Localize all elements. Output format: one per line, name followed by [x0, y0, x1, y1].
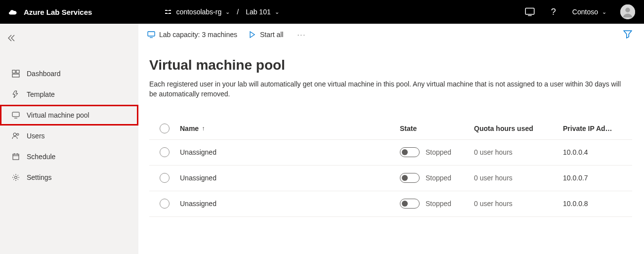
table-header: Name ↑ State Quota hours used Private IP…: [149, 118, 632, 140]
sidebar-item-label: Dashboard: [27, 70, 61, 78]
top-right: ? Contoso ⌄: [525, 4, 644, 19]
vm-state: Stopped: [426, 200, 451, 208]
sidebar-item-label: Template: [27, 90, 55, 98]
column-header-state[interactable]: State: [400, 125, 474, 132]
column-header-quota[interactable]: Quota hours used: [474, 125, 563, 132]
command-bar: Lab capacity: 3 machines Start all ···: [138, 24, 644, 45]
svg-rect-11: [13, 154, 19, 160]
row-select-checkbox[interactable]: [160, 173, 170, 183]
vm-state: Stopped: [426, 174, 451, 182]
sidebar-item-template[interactable]: Template: [0, 84, 138, 105]
svg-rect-16: [148, 32, 155, 36]
power-toggle[interactable]: [400, 147, 420, 157]
vm-state: Stopped: [426, 148, 451, 156]
sidebar-item-vm-pool[interactable]: Virtual machine pool: [0, 105, 138, 126]
svg-rect-5: [16, 70, 19, 73]
monitor-icon[interactable]: [525, 7, 535, 17]
table-row[interactable]: Unassigned Stopped 0 user hours 10.0.0.8: [149, 191, 632, 217]
breadcrumb-lab-label: Lab 101: [246, 8, 271, 16]
svg-point-10: [17, 133, 19, 135]
sidebar-item-label: Virtual machine pool: [27, 111, 89, 119]
column-header-ip[interactable]: Private IP Ad…: [563, 125, 632, 132]
breadcrumb: contosolabs-rg ⌄ / Lab 101 ⌄: [164, 8, 279, 16]
dashboard-icon: [12, 70, 20, 78]
select-all-checkbox[interactable]: [160, 124, 170, 133]
power-toggle[interactable]: [400, 173, 420, 183]
page-title: Virtual machine pool: [149, 57, 632, 73]
power-toggle[interactable]: [400, 199, 420, 209]
help-icon[interactable]: ?: [549, 7, 558, 17]
sidebar-item-users[interactable]: Users: [0, 126, 138, 146]
svg-rect-7: [12, 112, 19, 117]
breadcrumb-lab[interactable]: Lab 101 ⌄: [246, 8, 279, 16]
vm-ip: 10.0.0.8: [563, 200, 588, 208]
resource-group-icon: [164, 8, 172, 16]
svg-rect-4: [12, 70, 15, 73]
svg-point-3: [625, 8, 630, 12]
avatar[interactable]: [620, 4, 635, 19]
sidebar: Dashboard Template Virtual machine pool …: [0, 24, 138, 254]
brand-text: Azure Lab Services: [24, 8, 92, 16]
table-row[interactable]: Unassigned Stopped 0 user hours 10.0.0.4: [149, 140, 632, 166]
start-all-label: Start all: [260, 31, 283, 39]
sort-ascending-icon: ↑: [202, 125, 205, 132]
collapse-sidebar-button[interactable]: [0, 28, 23, 48]
start-all-button[interactable]: Start all: [248, 31, 283, 39]
sidebar-item-label: Schedule: [27, 153, 55, 161]
vm-pool-icon: [12, 111, 20, 119]
table-row[interactable]: Unassigned Stopped 0 user hours 10.0.0.7: [149, 166, 632, 191]
svg-point-9: [13, 133, 16, 136]
lab-capacity-label: Lab capacity: 3 machines: [159, 31, 237, 39]
azure-logo-icon: [8, 6, 19, 17]
vm-name: Unassigned: [180, 174, 216, 182]
breadcrumb-separator: /: [235, 8, 241, 16]
users-icon: [12, 132, 20, 140]
monitor-icon: [147, 31, 155, 39]
chevron-down-icon: ⌄: [275, 9, 279, 15]
filter-button[interactable]: [623, 30, 635, 40]
vm-quota: 0 user hours: [474, 200, 513, 208]
svg-rect-6: [12, 74, 19, 77]
more-commands-button[interactable]: ···: [294, 31, 309, 39]
vm-quota: 0 user hours: [474, 174, 513, 182]
vm-ip: 10.0.0.7: [563, 174, 588, 182]
svg-rect-0: [525, 8, 534, 15]
lab-capacity-button[interactable]: Lab capacity: 3 machines: [147, 31, 237, 39]
chevron-down-icon: ⌄: [225, 9, 230, 15]
sidebar-item-label: Settings: [27, 173, 52, 181]
column-name-label: Name: [180, 125, 199, 132]
schedule-icon: [12, 153, 20, 161]
brand[interactable]: Azure Lab Services: [0, 6, 100, 17]
breadcrumb-rg-label: contosolabs-rg: [176, 8, 221, 16]
page-description: Each registered user in your lab will au…: [149, 79, 624, 99]
user-menu[interactable]: Contoso ⌄: [572, 8, 606, 16]
svg-point-15: [15, 176, 17, 179]
user-name: Contoso: [572, 8, 598, 16]
vm-name: Unassigned: [180, 148, 216, 156]
chevron-down-icon: ⌄: [602, 9, 606, 15]
sidebar-item-schedule[interactable]: Schedule: [0, 146, 138, 167]
sidebar-item-settings[interactable]: Settings: [0, 167, 138, 188]
main: Lab capacity: 3 machines Start all ··· V…: [138, 24, 644, 254]
vm-name: Unassigned: [180, 200, 216, 208]
content: Virtual machine pool Each registered use…: [138, 45, 644, 217]
play-icon: [248, 31, 256, 39]
vm-quota: 0 user hours: [474, 148, 513, 156]
template-icon: [12, 90, 20, 98]
row-select-checkbox[interactable]: [160, 199, 170, 209]
sidebar-item-dashboard[interactable]: Dashboard: [0, 63, 138, 84]
breadcrumb-resource-group[interactable]: contosolabs-rg ⌄: [164, 8, 230, 16]
vm-table: Name ↑ State Quota hours used Private IP…: [149, 118, 632, 217]
settings-icon: [12, 173, 20, 181]
row-select-checkbox[interactable]: [160, 147, 170, 157]
top-bar: Azure Lab Services contosolabs-rg ⌄ / La…: [0, 0, 644, 24]
vm-ip: 10.0.0.4: [563, 148, 588, 156]
column-header-name[interactable]: Name ↑: [180, 125, 400, 132]
sidebar-item-label: Users: [27, 132, 45, 140]
